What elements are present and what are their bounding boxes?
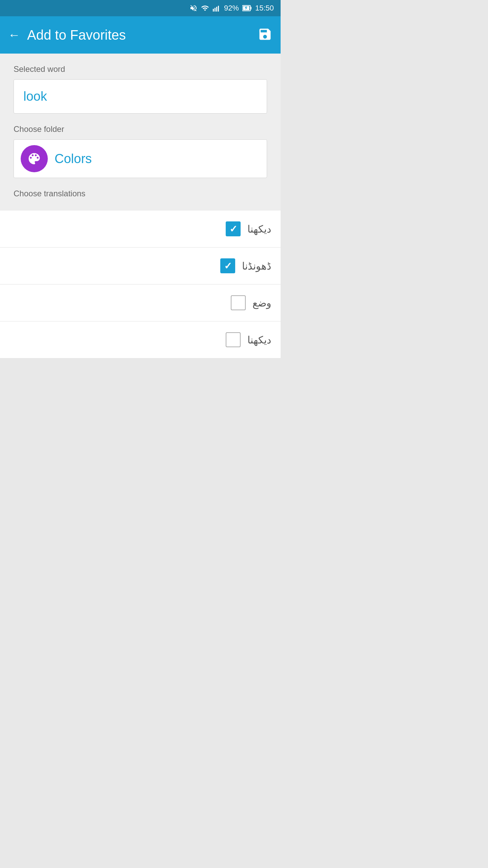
svg-rect-5 — [250, 7, 251, 9]
selected-word-label: Selected word — [14, 64, 267, 74]
status-bar: 92% 15:50 — [0, 0, 281, 16]
translation-item[interactable]: ديكهنا — [0, 321, 281, 358]
page-title: Add to Favorites — [27, 27, 126, 43]
translation-text: ديكهنا — [247, 334, 271, 346]
wifi-icon — [201, 4, 209, 12]
form-content: Selected word look Choose folder Colors … — [0, 54, 281, 211]
translation-item[interactable]: ديكهنا — [0, 211, 281, 248]
translation-text: ديكهنا — [247, 223, 271, 235]
signal-icon — [212, 4, 221, 12]
status-icons: 92% 15:50 — [189, 4, 274, 13]
translation-item[interactable]: وضع — [0, 284, 281, 321]
save-button[interactable] — [258, 27, 272, 43]
svg-rect-1 — [215, 8, 216, 12]
translation-item[interactable]: ڈهونڈنا — [0, 248, 281, 284]
svg-rect-0 — [213, 9, 214, 12]
svg-rect-3 — [218, 6, 219, 12]
selected-word-value: look — [23, 89, 47, 103]
mute-icon — [189, 4, 198, 12]
folder-icon-circle — [21, 145, 48, 172]
folder-name: Colors — [55, 152, 92, 166]
translation-checkbox[interactable] — [226, 221, 241, 236]
app-bar-left: ← Add to Favorites — [8, 27, 126, 43]
palette-icon — [27, 151, 42, 166]
folder-selector[interactable]: Colors — [14, 139, 267, 178]
choose-translations-label: Choose translations — [14, 189, 267, 202]
translation-text: ڈهونڈنا — [242, 260, 271, 272]
save-icon — [258, 27, 272, 42]
translations-list: ديكهناڈهونڈناوضعديكهنا — [0, 211, 281, 358]
time-display: 15:50 — [255, 4, 274, 13]
translation-checkbox[interactable] — [226, 332, 241, 347]
translation-checkbox[interactable] — [231, 295, 246, 310]
translation-text: وضع — [252, 297, 271, 309]
back-button[interactable]: ← — [8, 29, 20, 41]
translation-checkbox[interactable] — [220, 258, 235, 273]
battery-percentage: 92% — [224, 4, 239, 13]
app-bar: ← Add to Favorites — [0, 16, 281, 54]
battery-icon — [242, 4, 252, 12]
choose-folder-label: Choose folder — [14, 124, 267, 134]
svg-rect-2 — [216, 7, 217, 12]
selected-word-input[interactable]: look — [14, 79, 267, 114]
